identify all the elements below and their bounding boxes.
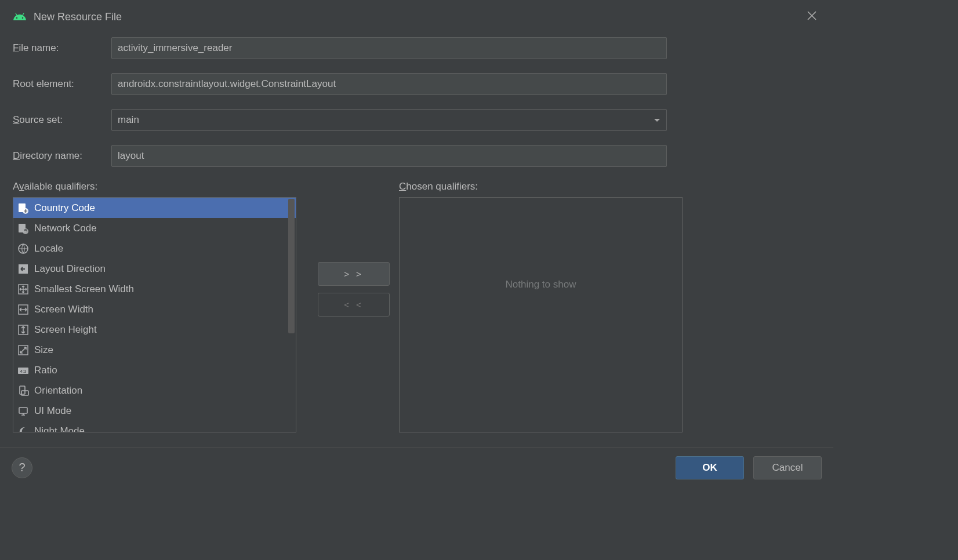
list-item[interactable]: 4:3Ratio: [13, 360, 296, 380]
list-item[interactable]: Screen Height: [13, 319, 296, 340]
dialog-title: New Resource File: [34, 11, 122, 23]
close-icon[interactable]: [803, 8, 821, 26]
list-item-label: Country Code: [34, 202, 95, 214]
help-button[interactable]: ?: [12, 457, 32, 478]
svg-text:4:3: 4:3: [20, 369, 27, 374]
cancel-button[interactable]: Cancel: [753, 456, 822, 479]
remove-qualifier-button[interactable]: < <: [318, 293, 390, 317]
globe-icon: [17, 242, 30, 255]
list-item[interactable]: Smallest Screen Width: [13, 279, 296, 299]
list-item[interactable]: Orientation: [13, 380, 296, 401]
chosen-qualifiers-list[interactable]: Nothing to show: [399, 197, 683, 432]
list-item-label: Network Code: [34, 223, 97, 234]
directory-name-label: Directory name:: [13, 150, 111, 162]
available-qualifiers-list[interactable]: Country CodeNetwork CodeLocaleLayout Dir…: [13, 197, 296, 432]
diag-icon: [17, 344, 30, 357]
move-icon: [17, 283, 30, 296]
list-item[interactable]: Size: [13, 340, 296, 360]
available-qualifiers-label: Available qualifiers:: [13, 181, 309, 192]
list-item[interactable]: Network Code: [13, 218, 296, 238]
chosen-qualifiers-label: Chosen qualifiers:: [399, 181, 683, 192]
source-set-label: Source set:: [13, 114, 111, 126]
list-item[interactable]: Screen Width: [13, 299, 296, 319]
list-item-label: Locale: [34, 243, 63, 254]
list-item[interactable]: Locale: [13, 238, 296, 259]
source-set-value: main: [118, 114, 139, 126]
arrow-left-icon: [17, 263, 30, 275]
list-item-label: Orientation: [34, 385, 82, 397]
add-qualifier-button[interactable]: > >: [318, 262, 390, 286]
list-item-label: Ratio: [34, 365, 57, 376]
list-item[interactable]: UI Mode: [13, 401, 296, 421]
ratio-icon: 4:3: [17, 364, 30, 377]
list-item-label: Smallest Screen Width: [34, 283, 134, 295]
list-item-label: Screen Height: [34, 324, 97, 336]
scrollbar-thumb[interactable]: [288, 199, 295, 333]
list-item[interactable]: Country Code: [13, 198, 296, 218]
list-item-label: UI Mode: [34, 405, 71, 417]
root-element-label: Root element:: [13, 78, 111, 90]
list-item[interactable]: Layout Direction: [13, 259, 296, 279]
empty-chosen-text: Nothing to show: [400, 279, 682, 290]
ok-button[interactable]: OK: [676, 456, 744, 479]
chevron-down-icon: [654, 114, 661, 126]
file-name-label: File name:: [13, 42, 111, 54]
list-item-label: Night Mode: [34, 426, 85, 432]
source-set-select[interactable]: main: [111, 109, 667, 131]
list-item-label: Size: [34, 344, 53, 356]
file-name-input[interactable]: [111, 37, 667, 59]
night-icon: [17, 425, 30, 432]
root-element-input[interactable]: [111, 73, 667, 95]
list-item-label: Layout Direction: [34, 263, 106, 275]
directory-name-input[interactable]: [111, 145, 667, 167]
uimode-icon: [17, 405, 30, 417]
v-arrows-icon: [17, 323, 30, 336]
android-icon: [13, 10, 27, 24]
country-icon: [17, 202, 30, 214]
list-item[interactable]: Night Mode: [13, 421, 296, 432]
svg-rect-12: [20, 386, 25, 394]
list-item-label: Screen Width: [34, 304, 93, 315]
orient-icon: [17, 384, 30, 397]
h-arrows-icon: [17, 303, 30, 316]
svg-rect-14: [19, 408, 27, 413]
network-icon: [17, 222, 30, 235]
